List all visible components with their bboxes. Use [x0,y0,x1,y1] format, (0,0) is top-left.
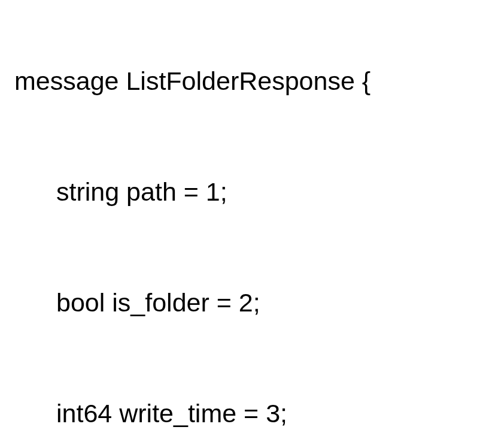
field-name: write_time [119,399,236,428]
proto-field-line: string path = 1; [14,179,486,205]
field-semi: ; [220,177,227,206]
field-type: bool [56,288,105,317]
proto-field-line: bool is_folder = 2; [14,290,486,316]
field-name: is_folder [112,288,209,317]
proto-code-block: message ListFolderResponse { string path… [14,17,486,448]
field-num: 2 [239,288,253,317]
field-eq: = [244,399,259,428]
field-num: 3 [266,399,280,428]
field-type: string [56,177,119,206]
field-name: path [126,177,177,206]
field-eq: = [217,288,232,317]
field-eq: = [184,177,199,206]
proto-keyword: message [14,66,119,95]
field-semi: ; [280,399,287,428]
proto-field-line: int64 write_time = 3; [14,401,486,426]
brace-open: { [362,66,370,95]
proto-header-line: message ListFolderResponse { [14,68,486,94]
field-type: int64 [56,399,112,428]
field-num: 1 [206,177,220,206]
proto-message-name: ListFolderResponse [126,66,354,95]
field-semi: ; [253,288,260,317]
